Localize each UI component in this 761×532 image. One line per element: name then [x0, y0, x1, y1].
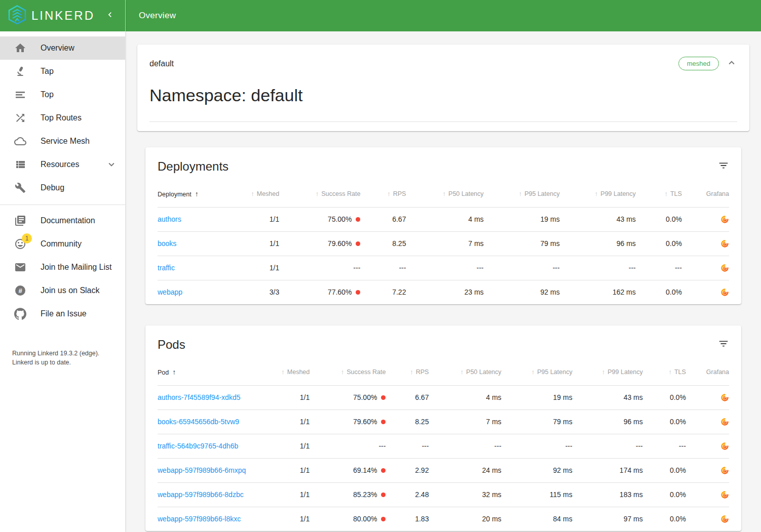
grafana-icon[interactable]: [720, 288, 729, 297]
version-line: Running Linkerd 19.3.2 (edge).: [12, 349, 115, 358]
sort-arrow-icon: [169, 369, 176, 376]
sort-arrow-icon: [519, 190, 525, 197]
sort-arrow-icon: [531, 369, 538, 376]
column-header-grafana: Grafana: [682, 181, 729, 207]
column-header-meshed[interactable]: Meshed: [264, 359, 310, 385]
sidebar-collapse-button[interactable]: [105, 10, 120, 22]
sidebar-item-label: Overview: [41, 44, 117, 53]
sidebar-item-mailing-list[interactable]: Join the Mailing List: [0, 256, 125, 279]
sidebar-header: LINKERD: [0, 0, 125, 31]
pod-link[interactable]: webapp-597f989b66-l8kxc: [158, 515, 241, 523]
tls-cell: 0.0%: [636, 207, 682, 231]
column-header-rps[interactable]: RPS: [386, 359, 429, 385]
column-header-tls[interactable]: TLS: [643, 359, 686, 385]
sidebar-item-service-mesh[interactable]: Service Mesh: [0, 130, 125, 153]
column-header-tls[interactable]: TLS: [636, 181, 682, 207]
collapse-section-button[interactable]: [726, 57, 737, 70]
p99-cell: ---: [560, 256, 636, 280]
smiley-icon: 1: [14, 238, 26, 250]
grafana-icon[interactable]: [720, 215, 729, 224]
p95-cell: 115 ms: [502, 482, 573, 507]
column-header-pod[interactable]: Pod: [158, 359, 264, 385]
grafana-icon[interactable]: [720, 418, 729, 426]
pod-link[interactable]: books-65945656db-5tvw9: [158, 418, 239, 426]
sidebar-item-label: Top: [41, 90, 117, 99]
sort-arrow-icon: [251, 190, 257, 197]
status-dot: [381, 395, 386, 400]
pod-link[interactable]: traffic-564b9c9765-4dh6b: [158, 442, 238, 450]
p95-cell: 19 ms: [484, 207, 560, 231]
sidebar-item-community[interactable]: 1 Community: [0, 232, 125, 256]
p95-cell: 79 ms: [484, 231, 560, 256]
sidebar-item-overview[interactable]: Overview: [0, 36, 125, 60]
rps-cell: 7.22: [360, 280, 406, 304]
table-header-row: Pod Meshed Success Rate RPS P50 Latency …: [158, 359, 729, 385]
sidebar-item-top[interactable]: Top: [0, 83, 125, 106]
sidebar: LINKERD Overview: [0, 0, 125, 532]
p50-cell: ---: [429, 434, 501, 458]
column-header-p50[interactable]: P50 Latency: [406, 181, 483, 207]
meshed-cell: 1/1: [264, 482, 310, 507]
status-dot: [356, 217, 360, 222]
column-header-success-rate[interactable]: Success Rate: [279, 181, 360, 207]
grafana-icon[interactable]: [720, 515, 729, 523]
pod-link[interactable]: authors-7f45589f94-xdkd5: [158, 393, 240, 401]
sidebar-item-top-routes[interactable]: Top Routes: [0, 106, 125, 130]
filter-button[interactable]: [718, 160, 729, 173]
deployment-link[interactable]: traffic: [158, 264, 175, 272]
list-icon: [14, 158, 26, 171]
column-header-deployment[interactable]: Deployment: [158, 181, 234, 207]
meshed-cell: 1/1: [264, 410, 310, 434]
tls-cell: ---: [636, 256, 682, 280]
sidebar-item-file-issue[interactable]: File an Issue: [0, 302, 125, 325]
grafana-icon[interactable]: [720, 466, 729, 475]
column-header-p50[interactable]: P50 Latency: [429, 359, 501, 385]
sidebar-item-documentation[interactable]: Documentation: [0, 209, 125, 232]
sidebar-item-label: Documentation: [41, 216, 117, 225]
version-info: Running Linkerd 19.3.2 (edge). Linkerd i…: [0, 349, 125, 367]
sort-arrow-icon: [316, 190, 322, 197]
p99-cell: 43 ms: [573, 385, 643, 410]
rps-cell: 8.25: [360, 231, 406, 256]
home-icon: [14, 42, 26, 54]
library-books-icon: [14, 215, 26, 227]
grafana-icon[interactable]: [720, 490, 729, 499]
status-dot: [381, 420, 386, 424]
sidebar-item-slack[interactable]: # Join us on Slack: [0, 279, 125, 302]
column-header-p99[interactable]: P99 Latency: [573, 359, 643, 385]
grafana-icon[interactable]: [720, 239, 729, 248]
column-header-p95[interactable]: P95 Latency: [502, 359, 573, 385]
grafana-icon[interactable]: [720, 393, 729, 402]
notification-badge: 1: [22, 233, 32, 243]
sidebar-item-tap[interactable]: Tap: [0, 60, 125, 83]
success-rate-cell: 75.00%: [310, 385, 386, 410]
sort-arrow-icon: [443, 190, 449, 197]
grafana-icon[interactable]: [720, 264, 729, 272]
rps-cell: ---: [360, 256, 406, 280]
column-header-p99[interactable]: P99 Latency: [560, 181, 636, 207]
sidebar-item-debug[interactable]: Debug: [0, 176, 125, 199]
column-header-rps[interactable]: RPS: [360, 181, 406, 207]
filter-button[interactable]: [718, 338, 729, 351]
sort-arrow-icon: [192, 191, 199, 198]
table-row: traffic-564b9c9765-4dh6b 1/1 --- --- ---…: [158, 434, 729, 458]
pod-link[interactable]: webapp-597f989b66-8dzbc: [158, 490, 244, 499]
deployment-link[interactable]: authors: [158, 215, 181, 223]
column-header-p95[interactable]: P95 Latency: [484, 181, 560, 207]
pods-table: Pod Meshed Success Rate RPS P50 Latency …: [158, 359, 729, 531]
column-header-meshed[interactable]: Meshed: [234, 181, 279, 207]
deployment-link[interactable]: books: [158, 239, 176, 248]
meshed-cell: 1/1: [264, 434, 310, 458]
pod-link[interactable]: webapp-597f989b66-6mxpq: [158, 466, 246, 474]
p99-cell: 162 ms: [560, 280, 636, 304]
tls-cell: 0.0%: [643, 458, 686, 482]
tls-cell: 0.0%: [643, 385, 686, 410]
linkerd-logo-icon: [7, 5, 27, 27]
deployment-link[interactable]: webapp: [158, 288, 182, 296]
chevron-left-icon: [105, 10, 115, 22]
linkerd-logo-link[interactable]: LINKERD: [7, 5, 105, 27]
column-header-success-rate[interactable]: Success Rate: [310, 359, 386, 385]
sidebar-item-label: Community: [41, 239, 117, 249]
grafana-icon[interactable]: [720, 442, 729, 451]
sidebar-item-resources[interactable]: Resources: [0, 153, 125, 176]
